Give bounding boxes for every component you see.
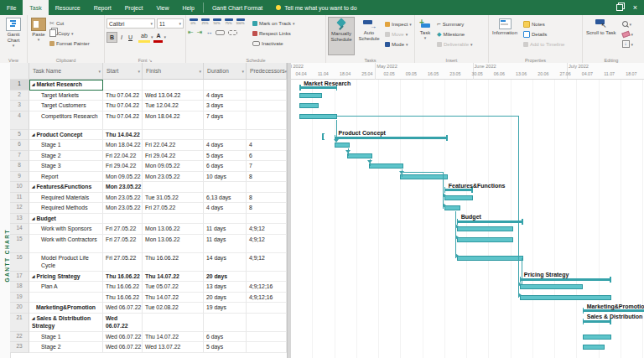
cell-duration[interactable]	[204, 314, 247, 332]
row-number[interactable]: 6	[10, 140, 29, 151]
cell-task-name[interactable]: ◢Market Research	[29, 80, 103, 91]
cell-finish[interactable]: Thu 14.07.22	[143, 293, 204, 304]
table-row[interactable]: 23Stage 2Wed 06.07.22Wed 13.07.225 days	[10, 342, 287, 353]
cell-task-name[interactable]: ◢Features&Functions	[29, 182, 103, 193]
cell-predecessors[interactable]	[247, 272, 287, 283]
cell-finish[interactable]	[143, 314, 204, 332]
row-number[interactable]: 14	[10, 224, 29, 235]
collapse-triangle-icon[interactable]: ◢	[32, 316, 34, 320]
cell-task-name[interactable]: Competitors Research	[29, 112, 103, 130]
cell-task-name[interactable]: Target Markets	[29, 91, 103, 101]
scroll-to-task-button[interactable]: ↖ Scroll to Task	[584, 17, 618, 55]
row-number[interactable]: 16	[10, 253, 29, 272]
gantt-summary-bar[interactable]	[335, 137, 448, 139]
column-header-task-name[interactable]: Task Name▾	[29, 63, 103, 79]
table-row[interactable]: 12Required MethodsMon 23.05.22Fri 27.05.…	[10, 203, 287, 214]
table-row[interactable]: 5◢Product ConceptThu 14.04.22	[10, 130, 287, 141]
cell-finish[interactable]: Tue 02.08.22	[143, 303, 204, 314]
percent-75-button[interactable]: 75%	[223, 18, 234, 25]
cell-task-name[interactable]: ◢Budget	[29, 214, 103, 225]
gantt-bar[interactable]	[520, 295, 611, 300]
column-header-predecessors[interactable]: Predecessors▾	[247, 63, 287, 79]
cell-start[interactable]: Mon 18.04.22	[103, 140, 143, 151]
cell-duration[interactable]: 20 days	[204, 293, 247, 304]
tab-file[interactable]: File	[0, 0, 23, 15]
paste-button[interactable]: Paste ▾	[29, 17, 48, 55]
table-row[interactable]: 7Stage 2Fri 22.04.22Fri 29.04.225 days6	[10, 151, 287, 162]
information-button[interactable]: Information	[491, 17, 519, 55]
row-number[interactable]: 15	[10, 235, 29, 253]
cell-start[interactable]: Fri 27.05.22	[103, 253, 143, 272]
cell-duration[interactable]	[204, 182, 247, 193]
cell-task-name[interactable]: Stage 2	[29, 151, 103, 162]
row-number[interactable]: 11	[10, 193, 29, 204]
cell-start[interactable]: Thu 07.04.22	[103, 91, 143, 101]
cell-start[interactable]: Wed 06.07.22	[103, 314, 143, 332]
cell-predecessors[interactable]	[247, 303, 287, 314]
cell-task-name[interactable]: ◢Pricing Strategy	[29, 272, 103, 283]
row-number[interactable]: 22	[10, 332, 29, 343]
cell-duration[interactable]	[204, 214, 247, 225]
cell-start[interactable]: Thu 16.06.22	[103, 282, 143, 293]
table-row[interactable]: 2Target MarketsThu 07.04.22Wed 13.04.224…	[10, 91, 287, 101]
cell-start[interactable]: Mon 23.05.22	[103, 193, 143, 204]
cell-predecessors[interactable]	[247, 91, 287, 101]
tab-help[interactable]: Help	[176, 0, 201, 15]
cell-task-name[interactable]: Marketing&Promotion	[29, 303, 103, 314]
gantt-bar[interactable]	[299, 103, 319, 108]
cell-start[interactable]: Mon 09.05.22	[103, 172, 143, 183]
gantt-bar[interactable]	[335, 143, 351, 148]
cell-finish[interactable]	[143, 214, 204, 225]
unlink-tasks-icon[interactable]	[228, 30, 237, 35]
cell-start[interactable]: Thu 14.04.22	[103, 130, 143, 141]
cell-finish[interactable]: Tue 31.05.22	[143, 193, 204, 204]
format-painter-button[interactable]: Format Painter	[49, 39, 90, 48]
cell-finish[interactable]	[143, 130, 204, 141]
row-number[interactable]: 19	[10, 293, 29, 304]
percent-25-button[interactable]: 25%	[200, 18, 210, 25]
respect-links-button[interactable]: Respect Links	[252, 29, 295, 38]
row-number[interactable]: 20	[10, 303, 29, 314]
tab-resource[interactable]: Resource	[49, 0, 87, 15]
cell-start[interactable]: Mon 23.05.22	[103, 203, 143, 214]
cell-start[interactable]: Thu 16.06.22	[103, 293, 143, 304]
link-tasks-icon[interactable]	[216, 30, 225, 35]
select-all-corner[interactable]	[10, 63, 29, 80]
mode-button[interactable]: Mode▾	[385, 39, 412, 49]
cell-task-name[interactable]: Stage 1	[29, 140, 103, 151]
cell-start[interactable]: Fri 27.05.22	[103, 235, 143, 253]
gantt-summary-bar[interactable]	[583, 320, 611, 323]
cell-start[interactable]: Fri 29.04.22	[103, 161, 143, 172]
table-row[interactable]: 8Stage 3Fri 29.04.22Mon 09.05.226 days7	[10, 161, 287, 172]
cell-predecessors[interactable]	[247, 314, 287, 332]
row-number[interactable]: 18	[10, 282, 29, 293]
cell-duration[interactable]: 10 days	[204, 172, 247, 183]
italic-button[interactable]: I	[118, 33, 125, 42]
row-number[interactable]: 7	[10, 151, 29, 162]
details-button[interactable]: Details	[523, 29, 564, 39]
cell-predecessors[interactable]	[247, 112, 287, 130]
collapse-triangle-icon[interactable]: ◢	[32, 82, 34, 86]
table-row[interactable]: 13◢Budget	[10, 214, 287, 225]
cell-task-name[interactable]: Work with Contractors	[29, 235, 103, 253]
gantt-summary-bar[interactable]	[520, 278, 611, 281]
row-number[interactable]: 3	[10, 101, 29, 112]
cell-task-name[interactable]: Plan A	[29, 282, 103, 293]
mark-on-track-button[interactable]: Mark on Track▾	[252, 18, 295, 28]
cell-predecessors[interactable]	[247, 182, 287, 193]
gantt-bar[interactable]	[583, 335, 611, 340]
cell-start[interactable]: Fri 27.05.22	[103, 224, 143, 235]
cell-duration[interactable]: 13 days	[204, 282, 247, 293]
cell-task-name[interactable]: ◢Product Concept	[29, 130, 103, 141]
highlight-color-button[interactable]: ab	[138, 31, 150, 43]
tab-view[interactable]: View	[149, 0, 175, 15]
inspect-button[interactable]: Inspect▾	[385, 19, 412, 29]
gantt-bar[interactable]	[583, 345, 605, 350]
insert-deliverable-button[interactable]: Deliverable▾	[437, 39, 473, 49]
cell-task-name[interactable]: Stage 3	[29, 161, 103, 172]
table-row[interactable]: 21◢Sales & Distribution StrategyWed 06.0…	[10, 314, 287, 332]
cell-duration[interactable]: 6 days	[204, 332, 247, 343]
cell-duration[interactable]: 19 days	[204, 303, 247, 314]
cell-start[interactable]: Thu 07.04.22	[103, 112, 143, 130]
table-row[interactable]: 3Target CustomersThu 07.04.22Tue 12.04.2…	[10, 101, 287, 112]
